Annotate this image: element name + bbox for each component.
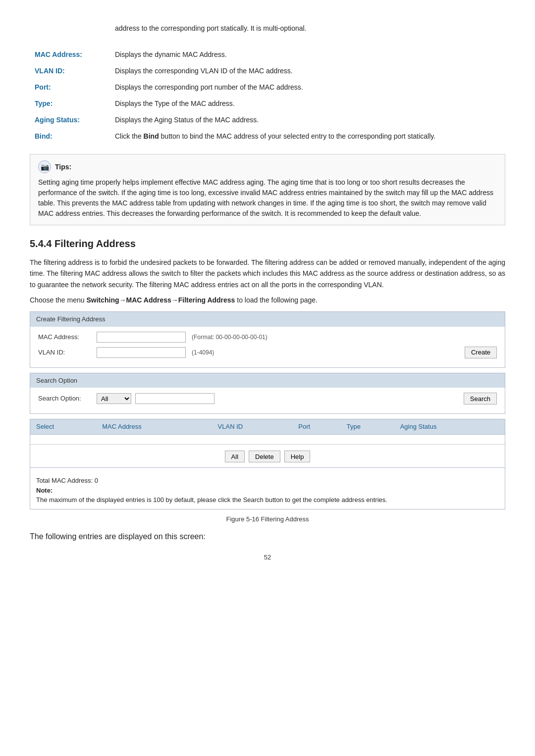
tips-icon: 📷 [38, 160, 51, 173]
definitions-table: MAC Address: Displays the dynamic MAC Ad… [30, 46, 505, 145]
bind-desc-bold: Bind [144, 132, 159, 140]
filtering-address-table-box: Select MAC Address VLAN ID Port Type Agi… [30, 419, 505, 509]
help-button[interactable]: Help [284, 451, 311, 462]
def-term-bind: Bind: [31, 129, 110, 144]
note-label: Note: [36, 486, 499, 496]
def-row-aging: Aging Status: Displays the Aging Status … [31, 112, 504, 128]
vlan-id-row: VLAN ID: (1-4094) Create [38, 347, 497, 358]
def-row-type: Type: Displays the Type of the MAC addre… [31, 96, 504, 111]
mac-address-row: MAC Address: (Format: 00-00-00-00-00-01) [38, 332, 497, 343]
search-section-header: Search Option [30, 373, 505, 388]
bottom-info: Total MAC Address: 0 Note: The maximum o… [30, 472, 505, 509]
tips-box: 📷 Tips: Setting aging time properly help… [30, 154, 505, 225]
search-option-row: Search Option: All MAC Address VLAN ID P… [38, 393, 497, 404]
create-filtering-address-box: Create Filtering Address MAC Address: (F… [30, 311, 505, 368]
def-row-bind: Bind: Click the Bind button to bind the … [31, 129, 504, 144]
def-row-vlan: VLAN ID: Displays the corresponding VLAN… [31, 63, 504, 79]
col-port: Port [294, 419, 342, 434]
search-option-box: Search Option Search Option: All MAC Add… [30, 373, 505, 414]
def-row-port: Port: Displays the corresponding port nu… [31, 80, 504, 95]
create-section-header: Create Filtering Address [30, 312, 505, 327]
col-select: Select [30, 419, 98, 434]
col-mac: MAC Address [98, 419, 214, 434]
menu-path-prefix: Choose the menu [30, 296, 86, 304]
def-desc-port: Displays the corresponding port number o… [111, 80, 504, 95]
col-aging: Aging Status [396, 419, 505, 434]
page-number: 52 [30, 553, 505, 562]
def-term-type: Type: [31, 96, 110, 111]
def-desc-type: Displays the Type of the MAC address. [111, 96, 504, 111]
section-heading: 5.4.4 Filtering Address [30, 236, 505, 251]
search-option-dropdown[interactable]: All MAC Address VLAN ID Port Type [97, 393, 131, 404]
def-desc-bind: Click the Bind button to bind the MAC ad… [111, 129, 504, 144]
mac-address-label: MAC Address: [38, 332, 93, 342]
top-description-table: address to the corresponding port static… [30, 20, 505, 37]
col-vlan: VLAN ID [214, 419, 295, 434]
mac-address-input[interactable] [97, 332, 186, 343]
vlan-id-hint: (1-4094) [192, 348, 214, 357]
def-term-aging: Aging Status: [31, 112, 110, 128]
figure-caption: Figure 5-16 Filtering Address [30, 514, 505, 524]
filter-table-header: Select MAC Address VLAN ID Port Type Agi… [30, 419, 505, 434]
filter-table: Select MAC Address VLAN ID Port Type Agi… [30, 419, 505, 442]
menu-path-bold: Switching→MAC Address→Filtering Address [86, 296, 235, 304]
delete-button[interactable]: Delete [249, 451, 280, 462]
search-section-body: Search Option: All MAC Address VLAN ID P… [30, 388, 505, 413]
def-desc-aging: Displays the Aging Status of the MAC add… [111, 112, 504, 128]
menu-path-suffix: to load the following page. [235, 296, 318, 304]
filter-table-header-row: Select MAC Address VLAN ID Port Type Agi… [30, 419, 505, 434]
following-entries-text: The following entries are displayed on t… [30, 531, 505, 543]
vlan-id-input[interactable] [97, 347, 186, 358]
all-button[interactable]: All [225, 451, 245, 462]
filter-table-empty-row [30, 434, 505, 442]
bind-desc-prefix: Click the [115, 132, 144, 140]
filter-table-body [30, 434, 505, 442]
def-desc-mac: Displays the dynamic MAC Address. [111, 47, 504, 62]
tips-label: Tips: [55, 162, 71, 172]
search-button[interactable]: Search [464, 393, 497, 404]
top-description-text: address to the corresponding port static… [111, 21, 504, 36]
def-term-vlan: VLAN ID: [31, 63, 110, 79]
total-mac-text: Total MAC Address: 0 [36, 476, 499, 486]
note-text: The maximum of the displayed entries is … [36, 495, 499, 505]
table-button-row: All Delete Help [30, 444, 505, 467]
search-input[interactable] [135, 393, 214, 404]
menu-path-line: Choose the menu Switching→MAC Address→Fi… [30, 295, 505, 305]
tips-header: 📷 Tips: [38, 160, 497, 173]
def-term-mac: MAC Address: [31, 47, 110, 62]
mac-address-hint: (Format: 00-00-00-00-00-01) [192, 333, 268, 342]
search-option-label: Search Option: [38, 394, 93, 403]
def-row-mac: MAC Address: Displays the dynamic MAC Ad… [31, 47, 504, 62]
create-section-body: MAC Address: (Format: 00-00-00-00-00-01)… [30, 327, 505, 367]
create-button[interactable]: Create [465, 347, 497, 358]
vlan-id-label: VLAN ID: [38, 348, 93, 357]
tips-text: Setting aging time properly helps implem… [38, 177, 497, 219]
def-desc-vlan: Displays the corresponding VLAN ID of th… [111, 63, 504, 79]
col-type: Type [343, 419, 396, 434]
def-term-port: Port: [31, 80, 110, 95]
bind-desc-suffix: button to bind the MAC address of your s… [159, 132, 436, 140]
intro-paragraph: The filtering address is to forbid the u… [30, 257, 505, 290]
